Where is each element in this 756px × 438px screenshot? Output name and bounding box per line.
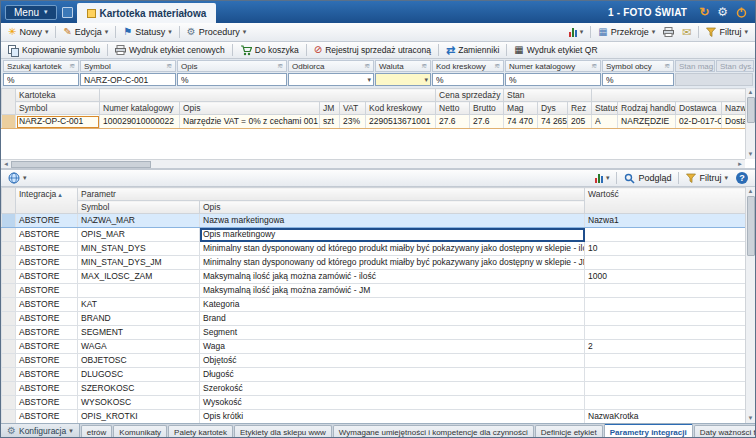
col-numer-katalogowy[interactable]: Numer katalogowy: [100, 102, 180, 115]
configuration-button[interactable]: ⚙ Konfiguracja ▾: [1, 423, 80, 438]
scrollbar-thumb[interactable]: [11, 161, 151, 168]
filter-col-numer-katalogowy[interactable]: Numer katalogowy≋: [505, 60, 601, 72]
scroll-right-icon[interactable]: ►: [735, 161, 745, 167]
tab-palety-kartotek[interactable]: Palety kartotek: [168, 425, 233, 438]
row-selector[interactable]: [2, 256, 16, 270]
sections-button[interactable]: ▦ Przekroje ▾: [594, 26, 659, 38]
param-row[interactable]: ABSTORE DLUGOSC Długość: [2, 368, 748, 382]
filter-mode-icon[interactable]: ≋: [69, 62, 75, 70]
vertical-scrollbar[interactable]: ▲ ▼: [745, 88, 755, 159]
row-selector[interactable]: [2, 326, 16, 340]
tab-wymagane-umiejetnosci[interactable]: Wymagane umiejętności i kompetencje dla …: [333, 425, 534, 438]
scrollbar-thumb[interactable]: [747, 196, 755, 256]
row-selector[interactable]: [2, 298, 16, 312]
chart-button[interactable]: ▾: [565, 27, 588, 38]
cell-wartosc[interactable]: [585, 382, 748, 396]
row-selector[interactable]: [2, 284, 16, 298]
filter-col-kod-kreskowy[interactable]: Kod kreskowy≋: [432, 60, 504, 72]
cell-wartosc[interactable]: [585, 396, 748, 410]
odbiorca-select[interactable]: ▾: [288, 73, 374, 86]
tab-parametry-integracji[interactable]: Parametry integracji: [604, 423, 693, 438]
filter-mode-icon[interactable]: ≋: [421, 62, 427, 70]
filter-button[interactable]: Filtruj ▾: [682, 172, 732, 184]
col-brutto[interactable]: Brutto: [470, 102, 504, 115]
gear-icon[interactable]: ⚙: [717, 6, 728, 18]
scrollbar-thumb[interactable]: [747, 97, 755, 123]
col-symbol[interactable]: Symbol: [16, 102, 100, 115]
row-selector[interactable]: [2, 242, 16, 256]
group-cena-sprzedazy[interactable]: Cena sprzedaży: [436, 89, 504, 102]
refresh-icon[interactable]: ↻: [699, 6, 709, 18]
new-button[interactable]: ✳ Nowy ▾: [4, 26, 52, 38]
row-selector[interactable]: [2, 340, 16, 354]
lost-sale-button[interactable]: ⊘ Rejestruj sprzedaż utraconą: [310, 44, 435, 56]
product-row[interactable]: NARZ-OP-C-001 100029010000022 Narzędzie …: [2, 115, 756, 129]
chart-button[interactable]: ▾: [591, 173, 614, 184]
scroll-down-icon[interactable]: ▼: [748, 414, 754, 423]
param-row[interactable]: ABSTORE OBJETOSC Objętość: [2, 354, 748, 368]
substitutes-button[interactable]: ⇄ Zamienniki: [442, 43, 503, 58]
tab-definicje-etykiet[interactable]: Definicje etykiet: [535, 425, 603, 438]
cell-wartosc[interactable]: [585, 354, 748, 368]
row-selector[interactable]: [2, 270, 16, 284]
row-selector[interactable]: [2, 228, 16, 242]
statuses-button[interactable]: ⚑ Statusy ▾: [119, 26, 176, 38]
symbol-obcy-input[interactable]: [602, 73, 674, 86]
cell-wartosc[interactable]: NazwaKrotka: [585, 410, 748, 424]
edit-button[interactable]: ✎ Edycja ▾: [59, 26, 112, 38]
print-qr-labels-button[interactable]: ▦ Wydruk etykiet QR: [510, 44, 601, 56]
col-rez[interactable]: Rez: [568, 102, 592, 115]
filter-col-szukaj-kartotek[interactable]: Szukaj kartotek≋: [3, 60, 79, 72]
tab-komunikaty[interactable]: Komunikaty: [113, 425, 167, 438]
cell-opis-editing[interactable]: Opis marketingowy: [200, 228, 585, 242]
col-vat[interactable]: VAT: [340, 102, 366, 115]
param-row[interactable]: ABSTORE SZEROKOSC Szerokość: [2, 382, 748, 396]
filter-button[interactable]: Filtruj ▾: [702, 26, 752, 38]
procedures-button[interactable]: ⚙ Procedury ▾: [183, 26, 251, 38]
menu-button[interactable]: Menu ▾: [5, 5, 57, 20]
param-row[interactable]: ABSTORE MAX_ILOSC_ZAM Maksymalną ilość j…: [2, 270, 748, 284]
scroll-up-icon[interactable]: ▲: [748, 187, 754, 196]
col-wartosc[interactable]: Wartość: [585, 188, 748, 214]
horizontal-scrollbar[interactable]: ◄ ►: [1, 159, 745, 168]
preview-button[interactable]: Podgląd: [620, 172, 675, 185]
vertical-scrollbar[interactable]: ▲ ▼: [745, 187, 755, 423]
group-kartoteka[interactable]: Kartoteka: [16, 89, 100, 102]
col-kod-kreskowy[interactable]: Kod kreskowy: [366, 102, 436, 115]
filter-col-opis[interactable]: Opis≋: [177, 60, 287, 72]
param-row[interactable]: ABSTORE OPIS_KROTKI Opis krótki NazwaKro…: [2, 410, 748, 424]
param-row[interactable]: ABSTORE MIN_STAN_DYS_JM Minimalny stan d…: [2, 256, 748, 270]
print-button[interactable]: [659, 26, 678, 38]
filter-mode-icon[interactable]: ≋: [277, 62, 283, 70]
param-row[interactable]: ABSTORE OPIS_MAR Opis marketingowy: [2, 228, 748, 242]
row-selector[interactable]: [2, 312, 16, 326]
param-row[interactable]: ABSTORE WYSOKOSC Wysokość: [2, 396, 748, 410]
param-row[interactable]: ABSTORE MIN_STAN_DYS Minimalny stan dysp…: [2, 242, 748, 256]
col-jm[interactable]: JM: [320, 102, 340, 115]
cell-wartosc[interactable]: [585, 284, 748, 298]
col-opis[interactable]: Opis: [200, 201, 585, 214]
group-stan[interactable]: Stan: [504, 89, 592, 102]
row-selector[interactable]: [2, 368, 16, 382]
filter-mode-icon[interactable]: ≋: [364, 62, 370, 70]
waluta-select[interactable]: ▾: [375, 73, 431, 86]
param-row[interactable]: ABSTORE SEGMENT Segment: [2, 326, 748, 340]
row-selector[interactable]: [2, 396, 16, 410]
scroll-left-icon[interactable]: ◄: [1, 161, 11, 167]
scroll-up-icon[interactable]: ▲: [748, 88, 754, 97]
filter-mode-icon[interactable]: ≋: [591, 62, 597, 70]
col-dys[interactable]: Dys: [538, 102, 568, 115]
add-to-basket-button[interactable]: Do koszyka: [236, 44, 303, 57]
print-price-labels-button[interactable]: Wydruk etykiet cenowych: [111, 44, 229, 56]
cell-wartosc[interactable]: 10: [585, 242, 748, 256]
filter-mode-icon[interactable]: ≋: [664, 62, 670, 70]
opis-input[interactable]: [177, 73, 287, 86]
cell-wartosc[interactable]: [585, 298, 748, 312]
cell-wartosc[interactable]: 1000: [585, 270, 748, 284]
cell-wartosc[interactable]: [585, 256, 748, 270]
power-icon[interactable]: [736, 7, 747, 18]
cell-wartosc[interactable]: Nazwa1: [585, 214, 748, 228]
row-selector[interactable]: [2, 382, 16, 396]
tab-etykiety-dla-sklepu[interactable]: Etykiety dla sklepu www: [234, 425, 332, 438]
param-row[interactable]: ABSTORE NAZWA_MAR Nazwa marketingowa Naz…: [2, 214, 748, 228]
